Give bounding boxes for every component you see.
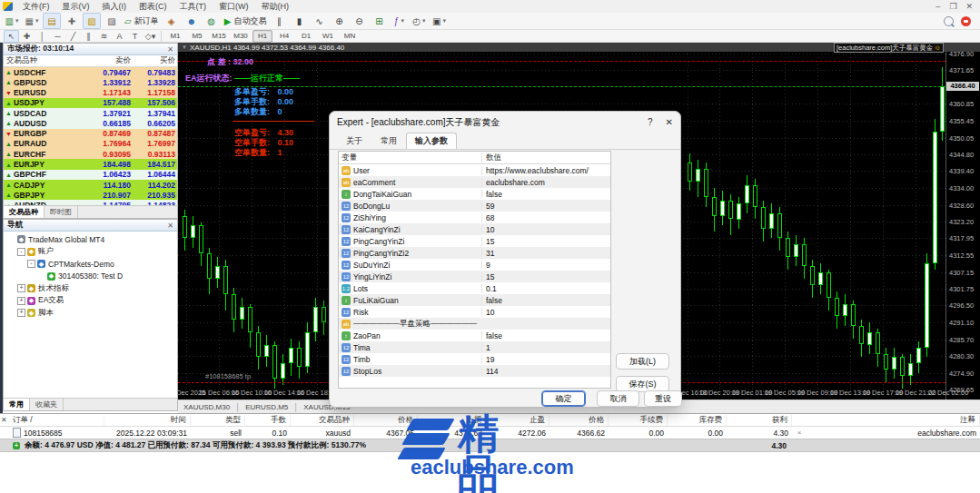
dialog-help-button[interactable]: ?: [648, 117, 653, 127]
website-button[interactable]: ◍: [203, 13, 221, 29]
menu-item-帮助[interactable]: 帮助(H): [255, 2, 296, 11]
dialog-tab-输入参数[interactable]: 输入参数: [406, 133, 457, 149]
navigator-item-accounts[interactable]: -◆账户: [5, 246, 177, 259]
menu-item-插入[interactable]: 插入(I): [96, 2, 134, 11]
tree-expander-icon[interactable]: -: [27, 260, 35, 268]
market-watch-toggle[interactable]: ▤: [43, 13, 61, 29]
candlestick-button[interactable]: ▮: [290, 13, 308, 29]
market-watch-row-gbpjpy[interactable]: ▲GBPJPY210.907210.935: [4, 190, 177, 200]
window-close-button[interactable]: ✕: [965, 2, 973, 11]
timeframe-m15-button[interactable]: M15: [209, 30, 229, 43]
timeframe-m30-button[interactable]: M30: [231, 30, 251, 43]
market-watch-row-usdcad[interactable]: ▲USDCAD1.379211.37941: [4, 108, 177, 118]
market-watch-row-gbpusd[interactable]: ▲GBPUSD1.339121.33928: [4, 77, 177, 87]
navigator-item-server[interactable]: +◆TradeMax Global MT4: [5, 233, 177, 246]
terminal-column-header[interactable]: 交易品种: [291, 415, 354, 426]
text-tool[interactable]: A: [112, 30, 127, 43]
one-click-trading-arrow[interactable]: ▼: [182, 44, 187, 50]
parameter-row-Risk[interactable]: 12Risk10: [339, 306, 610, 318]
cancel-button[interactable]: 取消: [597, 390, 639, 407]
horizontal-line-tool[interactable]: ─: [50, 30, 65, 43]
parameter-row-ZaoPan[interactable]: ↕ZaoPanfalse: [339, 330, 610, 341]
parameter-row-User[interactable]: abUserhttps://www.eaclubshare.com/: [339, 164, 610, 176]
tree-expander-icon[interactable]: +: [17, 284, 25, 292]
param-value[interactable]: 15: [481, 272, 610, 281]
dialog-tab-常用[interactable]: 常用: [371, 133, 406, 149]
market-watch-row-usdjpy[interactable]: ▲USDJPY157.488157.506: [4, 98, 177, 108]
timeframe-h4-button[interactable]: H4: [274, 30, 294, 43]
timeframe-m5-button[interactable]: M5: [187, 30, 207, 43]
indicators-button[interactable]: ƒ▾: [390, 13, 408, 29]
parameter-row-eaComment[interactable]: abeaCommenteaclubshare.com: [339, 176, 610, 188]
timeframe-d1-button[interactable]: D1: [296, 30, 316, 43]
parameter-row-KaiCangYinZi[interactable]: 12KaiCangYinZi10: [339, 223, 610, 235]
timeframe-mn-button[interactable]: MN: [340, 30, 360, 43]
tree-expander-icon[interactable]: +: [17, 297, 25, 305]
navigator-item-scripts[interactable]: +◆脚本: [5, 307, 177, 320]
param-value[interactable]: false: [481, 190, 610, 199]
terminal-column-header[interactable]: 手数: [245, 415, 291, 426]
terminal-column-header[interactable]: 注释: [807, 415, 980, 426]
ok-button[interactable]: 确定: [541, 390, 586, 407]
market-watch-row-eurusd[interactable]: ▼EURUSD1.171431.17158: [4, 88, 177, 98]
menu-item-文件[interactable]: 文件(F): [16, 2, 56, 11]
market-watch-row-usdchf[interactable]: ▲USDCHF0.794670.79483: [4, 67, 177, 77]
terminal-column-header[interactable]: 价格: [549, 415, 609, 426]
market-watch-row-eurchf[interactable]: ▲EURCHF0.930950.93113: [4, 149, 177, 159]
navigator-item-broker[interactable]: -◆CPTMarkets-Demo: [5, 258, 177, 271]
param-value[interactable]: 0.1: [481, 284, 610, 293]
param-value[interactable]: 15: [481, 237, 610, 246]
param-value[interactable]: false: [481, 296, 610, 305]
dialog-titlebar[interactable]: Expert - [eaclubshare.com]天子暴富黄金 ? ✕: [330, 112, 680, 133]
parameter-row-DongTaiKaiGuan[interactable]: ↕DongTaiKaiGuanfalse: [339, 188, 610, 200]
market-watch-row-audusd[interactable]: ▲AUDUSD0.661850.66205: [4, 118, 177, 128]
navigator-item-experts[interactable]: +◆EA交易: [5, 295, 177, 308]
parameter-row-PingCangYinZi[interactable]: 12PingCangYinZi15: [339, 235, 610, 247]
param-value[interactable]: 10: [481, 308, 610, 317]
market-watch-close-icon[interactable]: ✕: [167, 45, 173, 54]
navigator-item-account-user[interactable]: +◆301405380: Test D: [5, 271, 177, 283]
param-value[interactable]: eaclubshare.com: [481, 178, 610, 187]
crosshair-tool[interactable]: ✚: [19, 30, 35, 43]
param-value[interactable]: 68: [481, 213, 610, 222]
metaeditor-button[interactable]: ◈: [163, 13, 181, 29]
zoom-in-button[interactable]: ⊕: [330, 13, 348, 29]
reset-button[interactable]: 重设: [644, 390, 682, 407]
param-value[interactable]: false: [481, 331, 610, 340]
timeframe-m1-button[interactable]: M1: [165, 30, 185, 43]
terminal-column-header[interactable]: 类型: [191, 415, 245, 426]
market-watch-tab[interactable]: 即时图: [45, 206, 78, 218]
param-value[interactable]: 59: [481, 202, 610, 211]
fibonacci-tool[interactable]: ≋: [96, 30, 112, 43]
param-value[interactable]: 1: [481, 343, 610, 352]
navigator-toggle[interactable]: ▧: [83, 13, 101, 29]
parameter-row-YingLiYinZi[interactable]: 12YingLiYinZi15: [339, 271, 610, 282]
timeframe-h1-button[interactable]: H1: [252, 30, 272, 43]
navigator-close-icon[interactable]: ✕: [167, 222, 173, 230]
market-watch-row-cadjpy[interactable]: ▲CADJPY114.180114.202: [4, 180, 177, 190]
parameter-row-SuDuYinZi[interactable]: 12SuDuYinZi9: [339, 259, 610, 271]
profiles-button[interactable]: ▦▾: [23, 13, 41, 29]
parameter-row-Tima[interactable]: 12Tima1: [339, 341, 610, 353]
parameter-row-FuLiKaiGuan[interactable]: ↕FuLiKaiGuanfalse: [339, 294, 610, 306]
market-watch-row-eurgbp[interactable]: ▼EURGBP0.874690.87487: [4, 129, 177, 139]
autotrade-button[interactable]: ▶自动交易: [223, 13, 269, 29]
window-restore-button[interactable]: ❒: [949, 2, 956, 11]
terminal-column-header[interactable]: 时间: [104, 415, 191, 426]
param-value[interactable]: 31: [481, 249, 610, 258]
navigator-item-indicators[interactable]: +◆技术指标: [5, 282, 177, 295]
bar-chart-button[interactable]: ∥: [270, 13, 288, 29]
ea-smiley-icon[interactable]: ☺: [934, 44, 941, 52]
parameter-row-StopLos[interactable]: 12StopLos114: [339, 365, 610, 377]
tile-windows-button[interactable]: ⊞: [370, 13, 388, 29]
parameter-row-Timb[interactable]: 12Timb19: [339, 353, 610, 365]
terminal-close-icon[interactable]: ✕: [1, 416, 7, 424]
market-watch-row-eurjpy[interactable]: ▲EURJPY184.498184.517: [4, 159, 177, 169]
chart-tab-xauusd-m30[interactable]: XAUUSD,M30: [178, 400, 235, 414]
market-watch-row-gbpchf[interactable]: ▲GBPCHF1.064231.06444: [4, 170, 177, 180]
parameter-row-PingCangYinZi2[interactable]: 12PingCangYinZi231: [339, 247, 610, 259]
search-icon[interactable]: [944, 16, 954, 26]
tree-expander-icon[interactable]: +: [17, 309, 25, 317]
terminal-column-header[interactable]: 获利: [727, 415, 792, 426]
timeframe-w1-button[interactable]: W1: [318, 30, 338, 43]
